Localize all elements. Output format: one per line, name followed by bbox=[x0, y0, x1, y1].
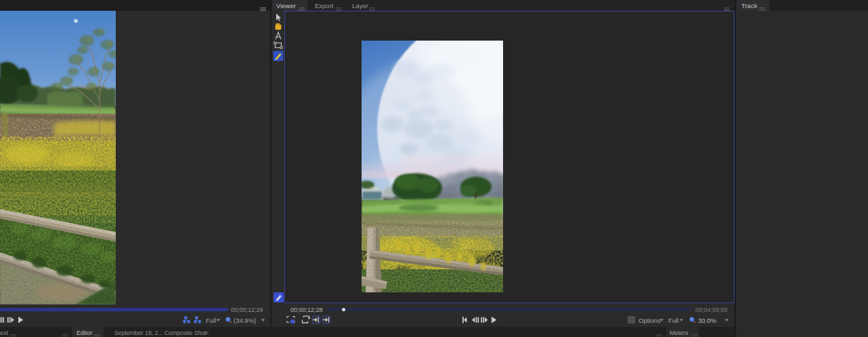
svg-text:Full: Full bbox=[668, 317, 678, 324]
svg-text:30.0%: 30.0% bbox=[698, 317, 716, 324]
svg-text:(34.9%): (34.9%) bbox=[234, 317, 256, 324]
svg-text:Full: Full bbox=[206, 317, 216, 324]
svg-text:Options: Options bbox=[638, 317, 661, 324]
